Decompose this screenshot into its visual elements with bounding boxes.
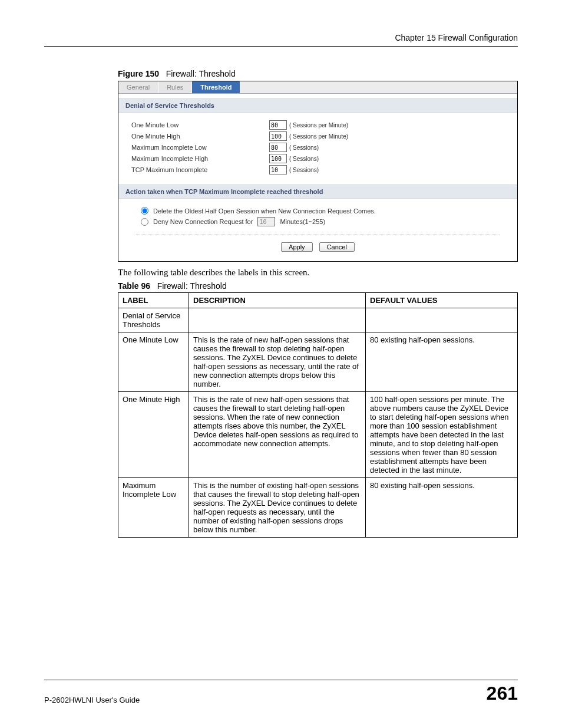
unit-one-minute-high: ( Sessions per Minute) xyxy=(289,133,348,140)
input-one-minute-high[interactable] xyxy=(269,131,287,141)
unit-max-incomplete-high: ( Sessions) xyxy=(289,156,319,162)
table-number: Table 96 xyxy=(118,281,150,291)
radio-delete-oldest[interactable] xyxy=(141,207,148,215)
row-tcp-max-incomplete: TCP Maximum Incomplete ( Sessions) xyxy=(131,165,509,174)
radio-deny-new-pre: Deny New Connection Request for xyxy=(153,218,253,225)
page-footer: P-2602HWLNI User's Guide 261 xyxy=(44,680,518,704)
section-dos-thresholds: Denial of Service Thresholds xyxy=(118,98,517,113)
intro-text: The following table describes the labels… xyxy=(118,268,518,278)
chapter-header: Chapter 15 Firewall Configuration xyxy=(44,33,518,47)
label-one-minute-high: One Minute High xyxy=(131,133,267,140)
cell-default: 100 half-open sessions per minute. The a… xyxy=(366,392,518,478)
input-deny-minutes xyxy=(257,217,275,226)
description-table: LABEL DESCRIPTION DEFAULT VALUES Denial … xyxy=(118,292,518,538)
label-one-minute-low: One Minute Low xyxy=(131,121,267,129)
cell-label: Maximum Incomplete Low xyxy=(118,478,189,538)
table-row: One Minute Low This is the rate of new h… xyxy=(118,332,518,392)
table-row: Maximum Incomplete Low This is the numbe… xyxy=(118,478,518,538)
table-caption: Table 96 Firewall: Threshold xyxy=(118,281,518,291)
cell-label: Denial of Service Thresholds xyxy=(118,308,189,332)
th-default: DEFAULT VALUES xyxy=(366,293,518,308)
separator xyxy=(136,235,500,235)
unit-tcp-max-incomplete: ( Sessions) xyxy=(289,167,319,173)
footer-guide-name: P-2602HWLNI User's Guide xyxy=(44,696,140,704)
input-max-incomplete-high[interactable] xyxy=(269,154,287,163)
input-tcp-max-incomplete[interactable] xyxy=(269,165,287,174)
firewall-threshold-screenshot: General Rules Threshold Denial of Servic… xyxy=(118,81,518,262)
cell-label: One Minute Low xyxy=(118,332,189,392)
cell-desc: This is the rate of new half-open sessio… xyxy=(189,392,366,478)
cancel-button[interactable]: Cancel xyxy=(319,242,355,252)
cell-default: 80 existing half-open sessions. xyxy=(366,332,518,392)
unit-max-incomplete-low: ( Sessions) xyxy=(289,144,319,151)
label-max-incomplete-low: Maximum Incomplete Low xyxy=(131,144,267,151)
table-title: Firewall: Threshold xyxy=(157,281,227,291)
row-max-incomplete-high: Maximum Incomplete High ( Sessions) xyxy=(131,154,509,163)
row-one-minute-high: One Minute High ( Sessions per Minute) xyxy=(131,131,509,141)
cell-desc xyxy=(189,308,366,332)
label-tcp-max-incomplete: TCP Maximum Incomplete xyxy=(131,166,267,173)
figure-number: Figure 150 xyxy=(118,69,159,78)
tab-threshold[interactable]: Threshold xyxy=(192,81,240,93)
table-row: One Minute High This is the rate of new … xyxy=(118,392,518,478)
apply-button[interactable]: Apply xyxy=(281,242,313,252)
tab-bar: General Rules Threshold xyxy=(118,81,517,94)
cell-desc: This is the number of existing half-open… xyxy=(189,478,366,538)
th-label: LABEL xyxy=(118,293,189,308)
radio-delete-oldest-label: Delete the Oldest Half Open Session when… xyxy=(153,207,376,215)
cell-default: 80 existing half-open sessions. xyxy=(366,478,518,538)
footer-page-number: 261 xyxy=(487,683,518,704)
figure-title: Firewall: Threshold xyxy=(166,69,236,78)
tab-general[interactable]: General xyxy=(118,81,158,93)
row-one-minute-low: One Minute Low ( Sessions per Minute) xyxy=(131,120,509,130)
radio-deny-new-post: Minutes(1~255) xyxy=(280,218,325,225)
table-row: Denial of Service Thresholds xyxy=(118,308,518,332)
radio-deny-new[interactable] xyxy=(141,218,148,226)
unit-one-minute-low: ( Sessions per Minute) xyxy=(289,122,348,129)
input-one-minute-low[interactable] xyxy=(269,120,287,130)
row-max-incomplete-low: Maximum Incomplete Low ( Sessions) xyxy=(131,143,509,152)
figure-caption: Figure 150 Firewall: Threshold xyxy=(118,69,518,78)
th-desc: DESCRIPTION xyxy=(189,293,366,308)
radio-row-delete-oldest: Delete the Oldest Half Open Session when… xyxy=(141,207,509,215)
tab-rules[interactable]: Rules xyxy=(158,81,192,93)
cell-desc: This is the rate of new half-open sessio… xyxy=(189,332,366,392)
radio-row-deny-new: Deny New Connection Request for Minutes(… xyxy=(141,217,509,226)
section-action-threshold: Action taken when TCP Maximum Incomplete… xyxy=(118,185,517,199)
label-max-incomplete-high: Maximum Incomplete High xyxy=(131,155,267,162)
input-max-incomplete-low[interactable] xyxy=(269,143,287,152)
cell-label: One Minute High xyxy=(118,392,189,478)
cell-default xyxy=(366,308,518,332)
